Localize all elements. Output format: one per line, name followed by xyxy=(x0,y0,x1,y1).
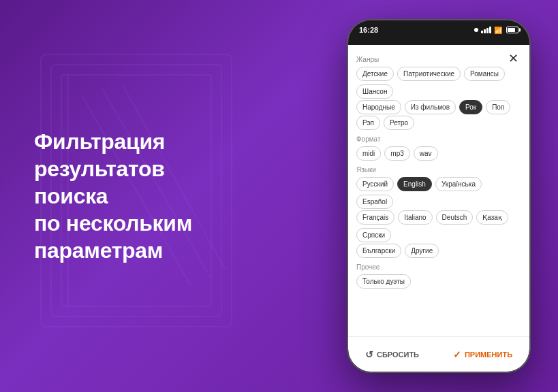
tag-patrioticheskie[interactable]: Патриотические xyxy=(397,67,461,81)
tag-narodnye[interactable]: Народные xyxy=(356,100,401,114)
bottom-action-bar: ↺ СБРОСИТЬ ✓ ПРИМЕНИТЬ xyxy=(348,336,529,372)
signal-icon xyxy=(481,27,491,33)
other-tags-row: Только дуэты xyxy=(356,274,521,289)
tag-midi[interactable]: midi xyxy=(356,146,381,161)
tag-rok[interactable]: Рок xyxy=(459,100,482,114)
camera-dot xyxy=(474,28,478,32)
page-title: Фильтрация результатов поиска по несколь… xyxy=(34,128,232,264)
tag-romansy[interactable]: Романсы xyxy=(464,67,505,81)
tag-kazakh[interactable]: Қазақ xyxy=(476,210,508,225)
tag-russian[interactable]: Русский xyxy=(356,177,394,191)
format-tags-row: midi mp3 wav xyxy=(356,146,521,161)
tag-spanish[interactable]: Español xyxy=(356,195,393,209)
apply-label: ПРИМЕНИТЬ xyxy=(465,350,512,359)
apply-icon: ✓ xyxy=(453,349,461,360)
languages-tags-row1: Русский English Українська Español xyxy=(356,177,521,209)
tag-shanson[interactable]: Шансон xyxy=(356,84,393,99)
reset-label: СБРОСИТЬ xyxy=(377,350,419,359)
genres-label: Жанры xyxy=(356,56,521,63)
genres-tags-row1: Детские Патриотические Романсы Шансон xyxy=(356,67,521,99)
tag-italian[interactable]: Italiano xyxy=(398,210,432,225)
genres-tags-row3: Рэп Ретро xyxy=(356,116,521,130)
languages-label: Языки xyxy=(356,166,521,174)
tag-serbian[interactable]: Српски xyxy=(356,228,391,242)
tag-iz-filmov[interactable]: Из фильмов xyxy=(405,100,456,114)
other-label: Прочее xyxy=(356,263,521,271)
tag-other-lang[interactable]: Другие xyxy=(405,244,439,258)
phone-mockup: 16:28 📶 ✕ Жанры Детские xyxy=(347,19,531,373)
reset-button[interactable]: ↺ СБРОСИТЬ xyxy=(365,349,419,360)
languages-tags-row2: Français Italiano Deutsch Қазақ Српски xyxy=(356,210,521,242)
apply-button[interactable]: ✓ ПРИМЕНИТЬ xyxy=(453,349,512,360)
reset-icon: ↺ xyxy=(365,349,373,360)
tag-french[interactable]: Français xyxy=(356,210,394,225)
wifi-icon: 📶 xyxy=(494,27,502,34)
tag-mp3[interactable]: mp3 xyxy=(384,146,409,161)
left-section: Фильтрация результатов поиска по несколь… xyxy=(0,101,252,291)
tag-german[interactable]: Deutsch xyxy=(436,210,474,225)
format-section: Формат midi mp3 wav xyxy=(356,135,521,161)
tag-retro[interactable]: Ретро xyxy=(384,116,414,130)
format-label: Формат xyxy=(356,135,521,143)
tag-duets-only[interactable]: Только дуэты xyxy=(356,274,411,289)
tag-detskie[interactable]: Детские xyxy=(356,67,394,81)
tag-ukrainian[interactable]: Українська xyxy=(435,177,482,191)
phone-content: ✕ Жанры Детские Патриотические Романсы Ш… xyxy=(348,45,529,372)
tag-rep[interactable]: Рэп xyxy=(356,116,380,130)
status-icons: 📶 xyxy=(474,27,518,34)
languages-tags-row3: Български Другие xyxy=(356,244,521,258)
tag-wav[interactable]: wav xyxy=(414,146,438,161)
languages-section: Языки Русский English Українська Español… xyxy=(356,166,521,258)
status-bar: 16:28 📶 xyxy=(348,20,529,37)
close-button[interactable]: ✕ xyxy=(505,50,521,67)
phone-wrapper: 16:28 📶 ✕ Жанры Детские xyxy=(333,0,558,392)
tag-bulgarian[interactable]: Български xyxy=(356,244,401,258)
status-time: 16:28 xyxy=(359,26,378,34)
tag-pop[interactable]: Поп xyxy=(486,100,510,114)
other-section: Прочее Только дуэты xyxy=(356,263,521,289)
genres-tags-row2: Народные Из фильмов Рок Поп xyxy=(356,100,521,114)
genres-section: Жанры Детские Патриотические Романсы Шан… xyxy=(356,56,521,130)
tag-english[interactable]: English xyxy=(397,177,432,191)
battery-icon xyxy=(506,27,518,33)
